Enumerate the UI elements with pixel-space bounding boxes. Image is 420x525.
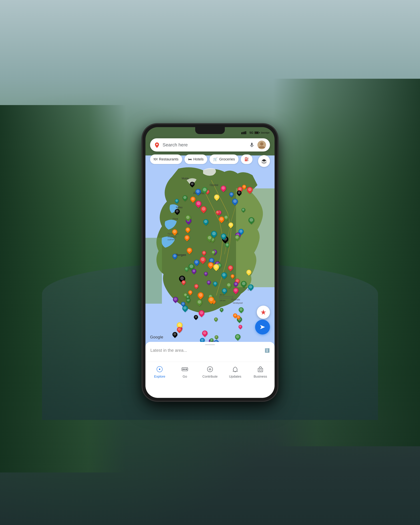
filter-chips-row: 🍽 Restaurants 🛏 Hotels 🛒 Groceries ⛽ (145, 154, 275, 165)
map-pin[interactable] (187, 289, 193, 295)
map-pin[interactable] (206, 280, 212, 285)
explore-nav-icon (156, 365, 164, 373)
map-pin[interactable] (201, 250, 207, 256)
svg-rect-21 (241, 132, 242, 134)
map-pin[interactable] (213, 317, 218, 322)
map-pin[interactable] (184, 234, 191, 241)
map-pin[interactable] (197, 309, 205, 317)
nav-item-updates[interactable]: Updates (223, 365, 248, 378)
map-pin[interactable] (174, 198, 179, 204)
nav-item-contribute[interactable]: Contribute (197, 365, 223, 378)
map-pin[interactable] (194, 188, 202, 196)
nav-item-business[interactable]: Business (248, 365, 273, 378)
search-bar[interactable]: Search here (150, 138, 270, 151)
map-pin[interactable] (195, 298, 203, 306)
nav-item-go[interactable]: Go (172, 365, 197, 378)
map-pin[interactable] (246, 186, 254, 194)
map-pin[interactable] (241, 207, 246, 213)
svg-point-32 (159, 369, 160, 370)
map-pin[interactable] (193, 259, 200, 266)
map-pin[interactable] (171, 228, 178, 236)
map-pin[interactable] (238, 324, 243, 329)
restaurants-icon: 🍽 (154, 157, 157, 161)
chip-restaurants[interactable]: 🍽 Restaurants (150, 154, 182, 164)
layers-icon (261, 158, 267, 164)
map-pin[interactable] (196, 291, 205, 300)
nav-item-explore[interactable]: Explore (147, 365, 172, 378)
map-pin[interactable] (194, 199, 203, 208)
hotels-icon: 🛏 (188, 157, 192, 161)
chip-restaurants-label: Restaurants (159, 157, 178, 161)
location-label: Steinkjer (261, 131, 270, 134)
map-pin[interactable] (186, 246, 193, 254)
map-pin[interactable] (220, 271, 228, 279)
map-pin[interactable] (171, 331, 178, 338)
map-pin[interactable] (245, 269, 252, 276)
map-pin[interactable] (201, 329, 209, 337)
map-pin[interactable] (181, 194, 188, 201)
map-pin[interactable] (247, 283, 255, 291)
chip-groceries[interactable]: 🛒 Groceries (209, 154, 239, 164)
map-pin[interactable] (220, 184, 227, 192)
compass-icon (260, 309, 267, 316)
map-pin[interactable] (225, 281, 233, 289)
map-pin[interactable] (212, 281, 218, 287)
svg-rect-24 (245, 131, 246, 134)
map-pin[interactable] (171, 253, 178, 260)
map-pin[interactable] (189, 181, 196, 188)
svg-point-28 (156, 144, 158, 145)
map-pin[interactable] (185, 226, 191, 233)
map-pin[interactable] (227, 264, 234, 272)
map-pin[interactable] (240, 280, 248, 288)
map-pin[interactable] (213, 194, 220, 201)
map-pin[interactable] (231, 197, 239, 206)
map-pin[interactable] (193, 314, 199, 320)
updates-nav-icon (231, 365, 239, 373)
chip-gas[interactable]: ⛽ (241, 154, 252, 164)
business-nav-label: Business (254, 375, 267, 378)
map-pin[interactable] (174, 208, 181, 215)
updates-nav-label: Updates (229, 375, 242, 378)
location-secondary-button[interactable] (257, 306, 270, 319)
status-icons: 5G Steinkjer (241, 131, 270, 135)
svg-point-34 (183, 369, 184, 370)
map-pin[interactable] (227, 222, 234, 228)
map-pin[interactable] (228, 191, 234, 197)
map-pin[interactable] (221, 287, 228, 294)
map-pin[interactable] (202, 218, 210, 225)
business-nav-icon (256, 365, 264, 373)
svg-point-30 (260, 142, 263, 146)
map-pin[interactable] (199, 205, 208, 213)
map-pin[interactable] (219, 307, 224, 312)
map-pin[interactable] (172, 296, 179, 303)
map-pin[interactable] (232, 287, 240, 294)
bottom-sheet: Latest in the area... ℹ️ Explore (145, 342, 275, 398)
contribute-nav-icon (206, 365, 214, 373)
svg-rect-38 (258, 368, 263, 372)
phone-screen: Ålesund Oppdal Molde Måløy Florø Fjordky… (145, 127, 275, 398)
map-pin[interactable] (214, 335, 219, 340)
layer-button[interactable] (258, 155, 270, 167)
map-pin[interactable] (203, 271, 208, 276)
map-pin[interactable] (193, 283, 199, 289)
map-pin[interactable] (230, 273, 235, 279)
navigation-button[interactable] (255, 320, 270, 335)
svg-rect-36 (184, 369, 186, 370)
svg-rect-39 (259, 369, 261, 371)
map-pin[interactable] (234, 333, 242, 341)
map-pin[interactable] (238, 306, 245, 313)
explore-nav-label: Explore (154, 375, 165, 378)
svg-point-35 (186, 369, 187, 370)
map-pin[interactable] (189, 196, 196, 203)
info-icon[interactable]: ℹ️ (265, 348, 270, 353)
chip-hotels-label: Hotels (193, 157, 204, 161)
phone-frame: Ålesund Oppdal Molde Måløy Florø Fjordky… (142, 124, 278, 401)
map-pin[interactable] (198, 255, 207, 264)
navigate-icon (259, 323, 266, 331)
bottom-navigation: Explore Go (145, 362, 275, 398)
microphone-icon[interactable] (249, 142, 255, 148)
gas-icon: ⛽ (244, 157, 249, 161)
chip-hotels[interactable]: 🛏 Hotels (185, 154, 207, 164)
user-avatar[interactable] (257, 141, 266, 149)
map-pin[interactable] (247, 216, 256, 224)
